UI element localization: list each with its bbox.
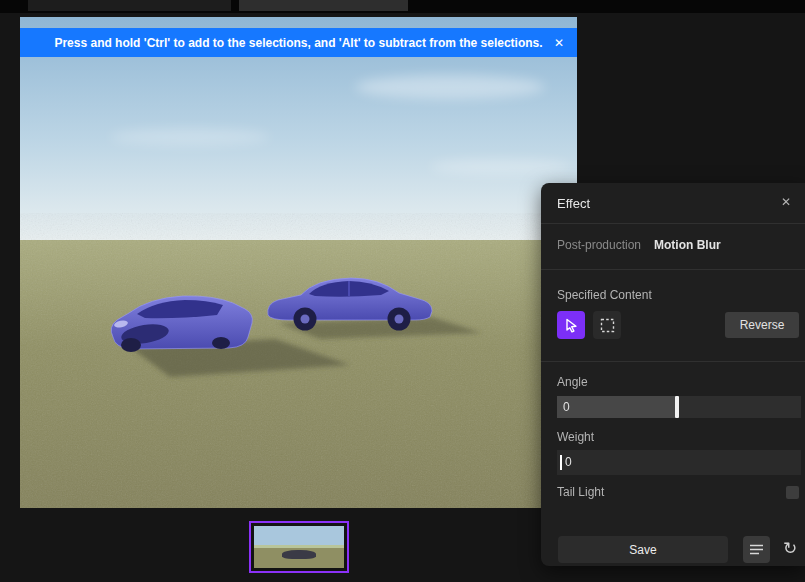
- list-icon: [749, 543, 764, 556]
- tail-light-checkbox[interactable]: [786, 486, 799, 499]
- grass-texture: [20, 240, 577, 508]
- save-button[interactable]: Save: [558, 536, 728, 563]
- hint-banner-text: Press and hold 'Ctrl' to add to the sele…: [54, 36, 542, 50]
- frame-thumbnail[interactable]: [249, 521, 349, 573]
- cursor-select-tool-button[interactable]: [557, 311, 585, 339]
- tail-light-label: Tail Light: [557, 485, 604, 499]
- scene-3d: [20, 17, 577, 508]
- text-caret: [560, 455, 562, 470]
- thumbnail-car-silhouette: [282, 550, 316, 559]
- list-settings-button[interactable]: [743, 536, 770, 563]
- divider: [541, 223, 805, 224]
- angle-value: 0: [563, 400, 570, 414]
- reset-icon: ↺: [783, 538, 797, 559]
- weight-input[interactable]: 0: [557, 450, 801, 475]
- effect-panel: Effect ✕ Post-production Motion Blur Spe…: [541, 183, 805, 566]
- top-tab-1[interactable]: [28, 0, 231, 11]
- angle-slider-handle[interactable]: [675, 396, 679, 418]
- top-tab-bar: [0, 0, 805, 13]
- weight-value: 0: [565, 455, 572, 469]
- reverse-button[interactable]: Reverse: [725, 312, 799, 338]
- hint-banner: Press and hold 'Ctrl' to add to the sele…: [20, 28, 577, 57]
- frame-thumbnail-image: [254, 526, 344, 568]
- post-production-value: Motion Blur: [654, 238, 721, 252]
- divider: [541, 269, 805, 270]
- panel-close-icon[interactable]: ✕: [781, 195, 791, 209]
- marquee-icon: [600, 318, 615, 333]
- weight-label: Weight: [557, 430, 594, 444]
- top-tab-2[interactable]: [239, 0, 408, 11]
- marquee-select-tool-button[interactable]: [593, 311, 621, 339]
- divider: [541, 361, 805, 362]
- reset-button[interactable]: ↺: [777, 535, 803, 562]
- angle-label: Angle: [557, 375, 588, 389]
- specified-content-label: Specified Content: [557, 288, 652, 302]
- viewport-3d[interactable]: Press and hold 'Ctrl' to add to the sele…: [20, 17, 577, 508]
- banner-close-icon[interactable]: ✕: [554, 36, 564, 50]
- angle-slider[interactable]: 0: [557, 396, 801, 418]
- panel-title: Effect: [557, 196, 590, 211]
- cursor-icon: [564, 318, 579, 333]
- angle-slider-fill: [557, 396, 675, 418]
- post-production-label: Post-production: [557, 238, 641, 252]
